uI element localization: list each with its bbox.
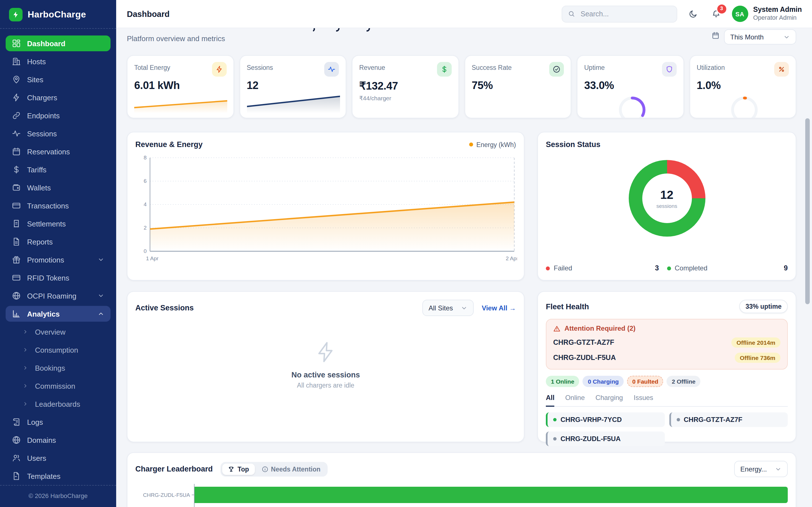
- chevron-right-icon: [22, 383, 28, 389]
- sidebar-item-wallets[interactable]: Wallets: [6, 180, 110, 195]
- svg-text:6: 6: [144, 178, 147, 184]
- kpi-value: 75%: [472, 79, 564, 92]
- svg-text:4: 4: [144, 202, 147, 207]
- brand-name: HarboCharge: [28, 10, 86, 20]
- legend-dot: [546, 266, 550, 270]
- charger-chip-chrg-zudl-f5ua[interactable]: CHRG-ZUDL-F5UA: [546, 432, 665, 446]
- sidebar-item-ocpi-roaming[interactable]: OCPI Roaming: [6, 288, 110, 304]
- sidebar-item-chargers[interactable]: Chargers: [6, 90, 110, 105]
- kpi-value: 6.01 kWh: [134, 79, 226, 92]
- axis-tick: [192, 494, 194, 495]
- sidebar-item-overview[interactable]: Overview: [6, 324, 110, 340]
- revenue-energy-card: Revenue & Energy Energy (kWh) 024681 Apr…: [127, 132, 524, 281]
- shield-icon: [662, 62, 676, 76]
- sidebar-item-domains[interactable]: Domains: [6, 432, 110, 448]
- dollar-icon: [437, 62, 451, 76]
- leaderboard-title: Charger Leaderboard: [135, 465, 213, 473]
- status-dot: [553, 437, 557, 441]
- notifications-button[interactable]: 3: [709, 6, 723, 21]
- sidebar-item-label: OCPI Roaming: [27, 291, 77, 300]
- leaderboard-chart: CHRG-ZUDL-F5UA: [135, 484, 788, 507]
- sidebar-footer: © 2026 HarboCharge: [0, 485, 116, 507]
- donut-center: 12 sessions: [628, 160, 705, 237]
- empty-subtitle: All chargers are idle: [128, 382, 524, 389]
- sidebar-item-hosts[interactable]: Hosts: [6, 54, 110, 69]
- sidebar-item-label: Reservations: [27, 147, 70, 156]
- transactions-icon: [12, 201, 21, 210]
- charger-code: CHRG-GTZT-AZ7F: [684, 416, 742, 424]
- metric-filter-select[interactable]: Energy...: [734, 461, 788, 477]
- brand[interactable]: HarboCharge: [0, 0, 116, 28]
- tab-online[interactable]: Online: [565, 394, 585, 406]
- tab-charging[interactable]: Charging: [596, 394, 623, 406]
- view-all-link[interactable]: View All →: [482, 304, 516, 312]
- period-filter-value: This Month: [730, 33, 764, 41]
- logs-icon: [12, 417, 21, 427]
- dark-mode-toggle[interactable]: [686, 6, 700, 21]
- status-dot: [676, 418, 680, 421]
- legend-dot: [469, 143, 473, 147]
- sidebar-item-transactions[interactable]: Transactions: [6, 198, 110, 214]
- kpi-label: Uptime: [584, 62, 605, 71]
- chevron-right-icon: [22, 347, 28, 353]
- sidebar-item-sites[interactable]: Sites: [6, 71, 110, 87]
- page-title: Dashboard: [127, 9, 170, 18]
- sidebar-item-analytics[interactable]: Analytics: [6, 306, 110, 322]
- donut-legend-item-completed: Completed9: [667, 264, 788, 272]
- charger-chip-chrg-gtzt-az7f[interactable]: CHRG-GTZT-AZ7F: [669, 412, 788, 427]
- vertical-scrollbar[interactable]: [805, 118, 810, 304]
- kpi-label: Success Rate: [472, 62, 512, 71]
- app-root: HarboCharge DashboardHostsSitesChargersE…: [0, 0, 812, 507]
- kpi-label: Utilization: [697, 62, 725, 71]
- sidebar-item-reports[interactable]: Reports: [6, 234, 110, 249]
- sidebar-item-templates[interactable]: Templates: [6, 468, 110, 484]
- legend-dot: [667, 266, 671, 270]
- mode-label: Needs Attention: [271, 466, 320, 472]
- sidebar-item-endpoints[interactable]: Endpoints: [6, 108, 110, 123]
- sidebar-item-label: Overview: [35, 328, 65, 336]
- sidebar-item-label: Templates: [27, 472, 61, 480]
- bolt-icon: [212, 62, 226, 76]
- kpi-value: 33.0%: [584, 79, 676, 92]
- sidebar-item-sessions[interactable]: Sessions: [6, 126, 110, 142]
- sidebar-item-commission[interactable]: Commission: [6, 378, 110, 394]
- site-filter-select[interactable]: All Sites: [422, 300, 474, 316]
- user-role: Operator Admin: [753, 14, 802, 22]
- sidebar-item-tariffs[interactable]: Tariffs: [6, 162, 110, 177]
- charger-code: CHRG-ZUDL-F5UA: [553, 354, 616, 362]
- user-menu[interactable]: SA System Admin Operator Admin: [732, 6, 802, 22]
- sidebar-item-leaderboards[interactable]: Leaderboards: [6, 396, 110, 412]
- sidebar-item-logs[interactable]: Logs: [6, 414, 110, 430]
- sidebar-item-reservations[interactable]: Reservations: [6, 144, 110, 159]
- sidebar-item-label: Dashboard: [27, 39, 65, 48]
- sidebar-item-label: Sites: [27, 75, 43, 83]
- tab-issues[interactable]: Issues: [633, 394, 653, 406]
- chevron-down-icon: [783, 34, 790, 40]
- leaderboard-mode-needs-attention[interactable]: Needs Attention: [256, 463, 326, 474]
- sidebar-item-label: Leaderboards: [35, 400, 80, 408]
- sidebar-item-rfid-tokens[interactable]: RFID Tokens: [6, 270, 110, 286]
- info-icon: [261, 466, 268, 472]
- sidebar-item-dashboard[interactable]: Dashboard: [6, 36, 110, 51]
- search-box[interactable]: [561, 5, 677, 22]
- kpi-card-uptime: Uptime33.0%: [577, 55, 684, 118]
- kpi-sparkline: [134, 91, 227, 113]
- chargers-icon: [12, 93, 21, 102]
- sidebar-item-bookings[interactable]: Bookings: [6, 360, 110, 376]
- leaderboard-mode-top[interactable]: Top: [222, 463, 255, 474]
- search-input[interactable]: [579, 9, 671, 18]
- tab-all[interactable]: All: [546, 394, 555, 407]
- sidebar-item-settlements[interactable]: Settlements: [6, 216, 110, 231]
- kpi-subvalue: ₹44/charger: [359, 95, 451, 101]
- sidebar-item-label: Wallets: [27, 183, 51, 192]
- period-filter-select[interactable]: This Month: [724, 29, 796, 45]
- status-pill-faulted: 0 Faulted: [627, 376, 663, 387]
- kpi-card-sessions: Sessions12: [239, 55, 346, 118]
- sidebar-item-users[interactable]: Users: [6, 450, 110, 466]
- charger-chip-chrg-vrhp-7ycd[interactable]: CHRG-VRHP-7YCD: [546, 412, 665, 427]
- kpi-gauge: [730, 95, 759, 118]
- status-dot: [553, 418, 557, 421]
- sidebar-item-consumption[interactable]: Consumption: [6, 342, 110, 358]
- dashboard-icon: [12, 39, 21, 48]
- sidebar-item-promotions[interactable]: Promotions: [6, 252, 110, 268]
